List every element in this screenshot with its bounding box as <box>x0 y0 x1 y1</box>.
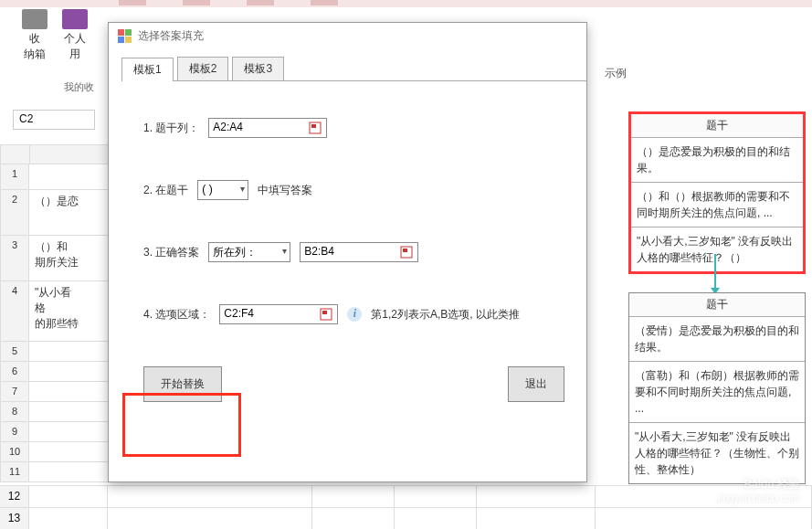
personal-label: 个人 用 <box>62 31 88 62</box>
row-header[interactable]: 6 <box>0 362 29 381</box>
my-collection-label: 我的收 <box>64 80 94 94</box>
bracket-combo[interactable]: ( ) <box>197 180 248 200</box>
example-cell: （富勒）和（布朗）根据教师的需要和不同时期所关注的焦点问题, ... <box>629 362 805 423</box>
svg-rect-5 <box>322 311 327 314</box>
example-before-table: 题干 （）是恋爱最为积极的目的和结果。 （）和（）根据教师的需要和不同时期所关注… <box>628 111 806 274</box>
name-box[interactable]: C2 <box>13 110 95 130</box>
svg-rect-3 <box>403 249 407 252</box>
label-correct-answer: 3. 正确答案 <box>143 245 199 260</box>
cell[interactable] <box>29 382 110 402</box>
info-icon: i <box>347 307 362 322</box>
row-header[interactable]: 3 <box>0 236 29 280</box>
example-cell: （）是恋爱最为积极的目的和结果。 <box>631 138 803 183</box>
fill-answers-dialog: 选择答案填充 模板1 模板2 模板3 1. 题干列： A2:A4 2. 在题干 … <box>108 22 587 482</box>
question-range-input[interactable]: A2:A4 <box>208 118 327 138</box>
arrow-down-icon <box>714 254 716 289</box>
box-icon <box>22 9 47 29</box>
range-picker-icon[interactable] <box>399 245 416 261</box>
row-header[interactable]: 2 <box>0 190 29 235</box>
cell[interactable]: （）和 期所关注 <box>29 236 110 280</box>
tab-template3[interactable]: 模板3 <box>232 57 284 80</box>
cell[interactable] <box>29 442 110 462</box>
cell[interactable] <box>29 362 110 382</box>
tab-template2[interactable]: 模板2 <box>177 57 229 80</box>
row-header[interactable]: 11 <box>0 462 29 481</box>
start-replace-button[interactable]: 开始替换 <box>143 366 222 402</box>
app-icon <box>118 29 132 44</box>
row-header[interactable]: 7 <box>0 382 29 401</box>
options-hint: 第1,2列表示A,B选项, 以此类推 <box>371 307 520 323</box>
options-range-input[interactable]: C2:F4 <box>219 304 338 324</box>
row-header[interactable]: 9 <box>0 422 29 441</box>
answer-location-combo[interactable]: 所在列： <box>208 242 290 262</box>
row-header[interactable]: 13 <box>0 508 29 529</box>
cell[interactable] <box>29 164 110 189</box>
cell[interactable]: （）是恋 <box>29 190 110 235</box>
spreadsheet: 1 2（）是恋 3（）和 期所关注 4"从小看 格 的那些特 5 6 7 8 9… <box>0 144 110 482</box>
row-header[interactable]: 12 <box>0 486 29 508</box>
example-label: 示例 <box>605 66 627 81</box>
example-cell: "从小看大,三岁知老" 没有反映出人格的哪些特征？（生物性、个别性、整体性） <box>629 423 805 483</box>
row-header[interactable]: 8 <box>0 402 29 421</box>
example-cell: （）和（）根据教师的需要和不同时期所关注的焦点问题, ... <box>631 183 803 227</box>
storage-box-button[interactable]: 收 纳箱 <box>16 7 53 64</box>
personal-button[interactable]: 个人 用 <box>57 7 93 64</box>
example-cell: "从小看大,三岁知老" 没有反映出人格的哪些特征？（） <box>631 227 803 271</box>
row-header[interactable]: 4 <box>0 281 29 341</box>
cell[interactable] <box>29 462 110 482</box>
example-header: 题干 <box>631 114 803 138</box>
range-picker-icon[interactable] <box>308 121 324 137</box>
select-all-corner[interactable] <box>1 145 30 164</box>
label-question-column: 1. 题干列： <box>143 121 199 136</box>
example-after-table: 题干 （爱情）是恋爱最为积极的目的和结果。 （富勒）和（布朗）根据教师的需要和不… <box>628 292 806 484</box>
example-cell: （爱情）是恋爱最为积极的目的和结果。 <box>629 317 805 362</box>
cell[interactable] <box>29 342 110 362</box>
watermark: Baidu 经验 jingyan.baidu.com <box>718 477 799 503</box>
row-header[interactable]: 10 <box>0 442 29 461</box>
dialog-title: 选择答案填充 <box>138 28 204 44</box>
label-options-range: 4. 选项区域： <box>143 307 210 323</box>
answer-range-input[interactable]: B2:B4 <box>300 242 418 262</box>
row-header[interactable]: 5 <box>0 342 29 361</box>
tab-template1[interactable]: 模板1 <box>121 58 174 81</box>
range-picker-icon[interactable] <box>319 307 335 323</box>
personal-icon <box>62 9 88 29</box>
svg-rect-1 <box>311 124 316 128</box>
label-in-question: 2. 在题干 <box>143 183 188 198</box>
example-header: 题干 <box>629 293 805 317</box>
cell[interactable]: "从小看 格 的那些特 <box>29 281 110 341</box>
cell[interactable] <box>29 402 110 422</box>
label-fill-answer: 中填写答案 <box>258 183 312 198</box>
cell[interactable] <box>29 422 110 442</box>
storage-label: 收 纳箱 <box>22 31 47 62</box>
row-header[interactable]: 1 <box>0 164 29 189</box>
exit-button[interactable]: 退出 <box>508 366 564 402</box>
bottom-grid: 12 13 <box>0 485 812 529</box>
